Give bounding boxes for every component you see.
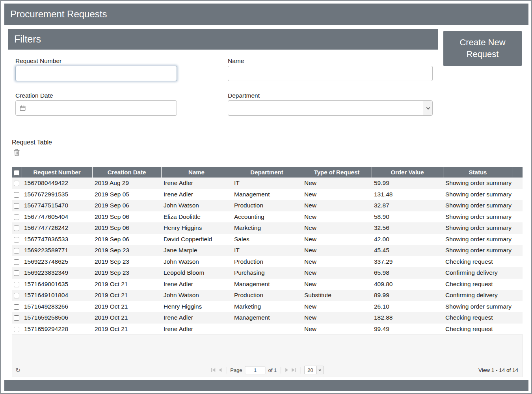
trash-icon xyxy=(13,148,20,156)
creation-date-input[interactable] xyxy=(15,100,177,116)
app-header: Procurement Requests xyxy=(4,4,528,25)
column-header-department[interactable]: Department xyxy=(232,167,302,178)
cell-order-value: 58.90 xyxy=(372,211,443,223)
pager-separator xyxy=(300,367,300,374)
row-checkbox-cell xyxy=(12,222,22,234)
row-checkbox[interactable] xyxy=(14,270,19,276)
cell-status: Showing order summary xyxy=(443,222,523,234)
cell-request-number: 1567747515470 xyxy=(22,200,92,211)
cell-status: Showing order summary xyxy=(443,178,523,189)
app-page: { "colors": { "accent_gray": "#6d757d", … xyxy=(0,0,532,394)
page-size-select[interactable]: 20 xyxy=(304,366,323,374)
row-checkbox[interactable] xyxy=(14,248,19,253)
column-header-spacer xyxy=(513,167,523,178)
column-header-status[interactable]: Status xyxy=(443,167,513,178)
cell-creation-date: 2019 Oct 21 xyxy=(92,301,161,313)
column-header-request-number[interactable]: Request Number xyxy=(22,167,92,178)
row-checkbox-cell xyxy=(12,324,22,335)
row-checkbox[interactable] xyxy=(14,192,19,198)
request-table: Request Number Creation Date Name Depart… xyxy=(12,167,523,335)
table-row[interactable]: 15716490016352019 Oct 21Irene AdlerManag… xyxy=(12,279,523,290)
cell-name: Irene Adler xyxy=(161,312,232,324)
cell-department: Management xyxy=(232,189,302,200)
row-checkbox[interactable] xyxy=(14,237,19,242)
name-input[interactable] xyxy=(228,66,433,81)
cell-creation-date: 2019 Sep 06 xyxy=(92,222,161,234)
table-row[interactable]: 15677477262422019 Sep 06Henry HigginsMar… xyxy=(12,222,523,234)
refresh-button[interactable]: ↻ xyxy=(15,366,20,374)
table-header-row: Request Number Creation Date Name Depart… xyxy=(12,167,523,178)
cell-order-value: 89.99 xyxy=(372,290,443,301)
row-checkbox-cell xyxy=(12,267,22,279)
page-size-value: 20 xyxy=(305,366,316,374)
column-header-creation-date[interactable]: Creation Date xyxy=(92,167,161,178)
row-checkbox[interactable] xyxy=(14,282,19,287)
next-page-button[interactable] xyxy=(285,367,288,373)
row-checkbox[interactable] xyxy=(14,315,19,321)
cell-order-value: 182.88 xyxy=(372,312,443,324)
table-row[interactable]: 15677475154702019 Sep 06John WatsonProdu… xyxy=(12,200,523,211)
request-number-input[interactable] xyxy=(15,66,177,81)
column-header-name[interactable]: Name xyxy=(161,167,232,178)
row-checkbox[interactable] xyxy=(14,293,19,298)
column-header-order-value[interactable]: Order Value xyxy=(372,167,443,178)
row-checkbox[interactable] xyxy=(14,215,19,220)
cell-order-value: 26.10 xyxy=(372,301,443,313)
cell-name: John Watson xyxy=(161,256,232,268)
cell-status: Checking request xyxy=(443,312,523,324)
table-row[interactable]: 15692237486252019 Sep 23John WatsonProdu… xyxy=(12,256,523,268)
prev-page-button[interactable] xyxy=(218,367,222,373)
table-row[interactable]: 15692238323492019 Sep 23Leopold BloomPur… xyxy=(12,267,523,279)
cell-name: Irene Adler xyxy=(161,279,232,290)
cell-type-of-request: New xyxy=(302,301,372,313)
cell-request-number: 1567747605404 xyxy=(22,211,92,223)
table-row[interactable]: 15716592585062019 Oct 21Irene AdlerManag… xyxy=(12,312,523,324)
table-row[interactable]: 15716592942282019 Oct 21Irene AdlerNew99… xyxy=(12,324,523,335)
refresh-icon: ↻ xyxy=(15,367,20,374)
cell-name: Eliza Doolittle xyxy=(161,211,232,223)
row-checkbox[interactable] xyxy=(14,181,19,186)
row-checkbox[interactable] xyxy=(14,203,19,209)
request-number-label: Request Number xyxy=(15,57,61,65)
cell-name: John Watson xyxy=(161,200,232,211)
cell-creation-date: 2019 Oct 21 xyxy=(92,290,161,301)
request-table-body: 15670804494222019 Aug 29Irene AdlerITNew… xyxy=(12,178,523,335)
page-of-label: of 1 xyxy=(268,367,277,373)
cell-request-number: 1571649001635 xyxy=(22,279,92,290)
cell-creation-date: 2019 Aug 29 xyxy=(92,178,161,189)
cell-type-of-request: New xyxy=(302,211,372,223)
last-page-button[interactable] xyxy=(291,367,296,373)
calendar-icon[interactable] xyxy=(20,105,26,111)
page-label: Page xyxy=(230,367,242,373)
page-input[interactable] xyxy=(245,366,266,374)
cell-status: Checking request xyxy=(443,256,523,268)
row-checkbox-cell xyxy=(12,301,22,313)
row-checkbox[interactable] xyxy=(14,226,19,231)
table-row[interactable]: 15670804494222019 Aug 29Irene AdlerITNew… xyxy=(12,178,523,189)
column-header-type-of-request[interactable]: Type of Request xyxy=(302,167,372,178)
table-row[interactable]: 15677476054042019 Sep 06Eliza DoolittleA… xyxy=(12,211,523,223)
cell-creation-date: 2019 Sep 06 xyxy=(92,200,161,211)
cell-status: Confirming delivery xyxy=(443,267,523,279)
row-checkbox[interactable] xyxy=(14,259,19,265)
row-checkbox-cell xyxy=(12,200,22,211)
table-row[interactable]: 15676729915352019 Sep 05Irene AdlerManag… xyxy=(12,189,523,200)
cell-order-value: 409.80 xyxy=(372,279,443,290)
table-row[interactable]: 15716491018042019 Oct 21John WatsonProdu… xyxy=(12,290,523,301)
table-row[interactable]: 15677478365332019 Sep 06David Copperfiel… xyxy=(12,234,523,245)
row-checkbox[interactable] xyxy=(14,304,19,310)
cell-order-value: 32.56 xyxy=(372,222,443,234)
table-row[interactable]: 15716492832662019 Oct 21Henry HigginsMar… xyxy=(12,301,523,313)
table-row[interactable]: 15692235897712019 Sep 23Jane MarpleITNew… xyxy=(12,245,523,256)
filters-title: Filters xyxy=(14,33,41,45)
delete-selected-button[interactable] xyxy=(13,148,21,157)
first-page-button[interactable] xyxy=(211,367,216,373)
cell-creation-date: 2019 Sep 23 xyxy=(92,245,161,256)
cell-creation-date: 2019 Sep 06 xyxy=(92,234,161,245)
chevron-down-icon xyxy=(316,366,323,374)
select-all-checkbox[interactable] xyxy=(14,170,19,176)
page-title: Procurement Requests xyxy=(10,9,107,20)
create-new-request-button[interactable]: Create New Request xyxy=(443,31,522,66)
row-checkbox[interactable] xyxy=(14,327,19,332)
department-select[interactable] xyxy=(228,100,433,116)
